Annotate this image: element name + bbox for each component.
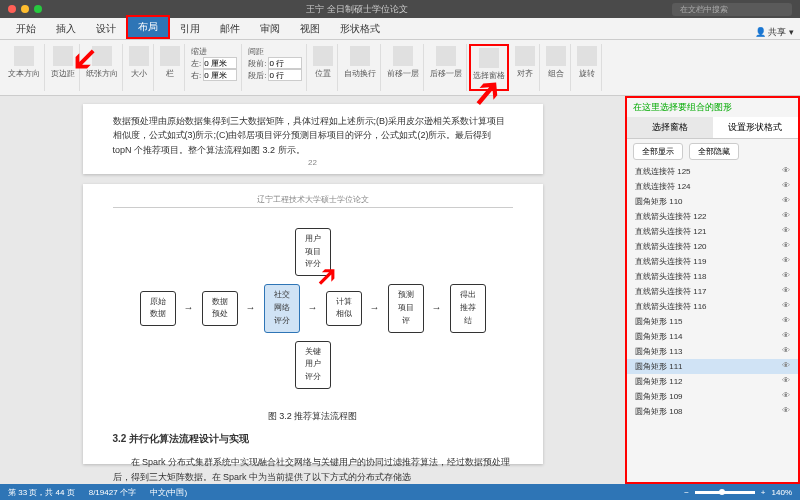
visibility-icon[interactable]: 👁 (782, 166, 790, 177)
visibility-icon[interactable]: 👁 (782, 391, 790, 402)
text-direction-icon[interactable] (14, 46, 34, 66)
flow-box-selected[interactable]: 社交网络评分 (264, 284, 300, 332)
shape-list-item[interactable]: 圆角矩形 110👁 (627, 194, 798, 209)
menu-start[interactable]: 开始 (6, 19, 46, 39)
selection-pane-icon[interactable] (479, 48, 499, 68)
shape-list-item[interactable]: 圆角矩形 109👁 (627, 389, 798, 404)
spacing-after-input[interactable] (268, 69, 302, 81)
flow-box[interactable]: 关键用户评分 (295, 341, 331, 389)
visibility-icon[interactable]: 👁 (782, 286, 790, 297)
visibility-icon[interactable]: 👁 (782, 331, 790, 342)
flowchart: 用户项目评分 原始数据→ 数据预处→ 社交网络评分→ 计算相似→ 预测项目评→ … (113, 228, 513, 389)
visibility-icon[interactable]: 👁 (782, 196, 790, 207)
indent-left-input[interactable] (203, 57, 237, 69)
visibility-icon[interactable]: 👁 (782, 256, 790, 267)
shape-list-item[interactable]: 直线箭头连接符 120👁 (627, 239, 798, 254)
shape-list-item[interactable]: 圆角矩形 111👁 (627, 359, 798, 374)
shape-list-item[interactable]: 直线箭头连接符 117👁 (627, 284, 798, 299)
flow-box[interactable]: 得出推荐结 (450, 284, 486, 332)
wrap-icon[interactable] (350, 46, 370, 66)
annotation-text: 在这里选择要组合的图形 (627, 98, 798, 117)
paragraph-text: 数据预处理由原始数据集得到三大数据矩阵，具体过程如上述所示;(B)采用皮尔逊相关… (113, 114, 513, 157)
position-icon[interactable] (313, 46, 333, 66)
tab-format-shape[interactable]: 设置形状格式 (713, 117, 799, 138)
flow-box[interactable]: 计算相似 (326, 291, 362, 327)
spacing-before-input[interactable] (268, 57, 302, 69)
zoom-level[interactable]: 140% (772, 488, 792, 497)
document-canvas[interactable]: 数据预处理由原始数据集得到三大数据矩阵，具体过程如上述所示;(B)采用皮尔逊相关… (0, 96, 625, 484)
shape-list-item[interactable]: 直线连接符 124👁 (627, 179, 798, 194)
menu-reference[interactable]: 引用 (170, 19, 210, 39)
visibility-icon[interactable]: 👁 (782, 181, 790, 192)
indent-right-input[interactable] (203, 69, 237, 81)
menu-shape-format[interactable]: 形状格式 (330, 19, 390, 39)
flow-box[interactable]: 原始数据 (140, 291, 176, 327)
shape-list-item[interactable]: 直线箭头连接符 118👁 (627, 269, 798, 284)
visibility-icon[interactable]: 👁 (782, 316, 790, 327)
shape-list-item[interactable]: 直线连接符 125👁 (627, 164, 798, 179)
selection-pane: 在这里选择要组合的图形 选择窗格 设置形状格式 全部显示 全部隐藏 直线连接符 … (625, 96, 800, 484)
flow-box[interactable]: 预测项目评 (388, 284, 424, 332)
visibility-icon[interactable]: 👁 (782, 361, 790, 372)
shape-list-item[interactable]: 圆角矩形 108👁 (627, 404, 798, 419)
menu-view[interactable]: 视图 (290, 19, 330, 39)
paragraph-text: 在 Spark 分布式集群系统中实现融合社交网络与关键用户的协同过滤推荐算法，经… (113, 455, 513, 484)
status-words[interactable]: 8/19427 个字 (89, 487, 136, 498)
shape-list-item[interactable]: 直线箭头连接符 122👁 (627, 209, 798, 224)
status-page[interactable]: 第 33 页，共 44 页 (8, 487, 75, 498)
status-lang[interactable]: 中文(中国) (150, 487, 187, 498)
visibility-icon[interactable]: 👁 (782, 406, 790, 417)
group-icon[interactable] (546, 46, 566, 66)
bring-forward-icon[interactable] (393, 46, 413, 66)
menu-mail[interactable]: 邮件 (210, 19, 250, 39)
zoom-slider[interactable] (695, 491, 755, 494)
show-all-button[interactable]: 全部显示 (633, 143, 683, 160)
figure-caption: 图 3.2 推荐算法流程图 (113, 409, 513, 423)
shape-list-item[interactable]: 直线箭头连接符 116👁 (627, 299, 798, 314)
flow-box[interactable]: 数据预处 (202, 291, 238, 327)
size-icon[interactable] (129, 46, 149, 66)
share-button[interactable]: 👤 共享 ▾ (755, 26, 794, 39)
shape-list-item[interactable]: 圆角矩形 115👁 (627, 314, 798, 329)
align-icon[interactable] (515, 46, 535, 66)
page-header: 辽宁工程技术大学硕士学位论文 (113, 194, 513, 208)
visibility-icon[interactable]: 👁 (782, 241, 790, 252)
shape-list-item[interactable]: 直线箭头连接符 121👁 (627, 224, 798, 239)
rotate-icon[interactable] (577, 46, 597, 66)
tab-selection-pane[interactable]: 选择窗格 (627, 117, 713, 138)
visibility-icon[interactable]: 👁 (782, 226, 790, 237)
visibility-icon[interactable]: 👁 (782, 346, 790, 357)
shape-list-item[interactable]: 圆角矩形 113👁 (627, 344, 798, 359)
shape-list-item[interactable]: 直线箭头连接符 119👁 (627, 254, 798, 269)
shape-list-item[interactable]: 圆角矩形 114👁 (627, 329, 798, 344)
shape-list-item[interactable]: 圆角矩形 112👁 (627, 374, 798, 389)
columns-icon[interactable] (160, 46, 180, 66)
menu-review[interactable]: 审阅 (250, 19, 290, 39)
menu-layout[interactable]: 布局 (126, 15, 170, 39)
visibility-icon[interactable]: 👁 (782, 376, 790, 387)
search-input[interactable]: 在文档中搜索 (672, 3, 792, 16)
window-title: 王宁 全日制硕士学位论文 (306, 3, 408, 16)
menu-design[interactable]: 设计 (86, 19, 126, 39)
visibility-icon[interactable]: 👁 (782, 271, 790, 282)
hide-all-button[interactable]: 全部隐藏 (689, 143, 739, 160)
visibility-icon[interactable]: 👁 (782, 211, 790, 222)
section-heading: 3.2 并行化算法流程设计与实现 (113, 431, 513, 447)
visibility-icon[interactable]: 👁 (782, 301, 790, 312)
send-backward-icon[interactable] (436, 46, 456, 66)
